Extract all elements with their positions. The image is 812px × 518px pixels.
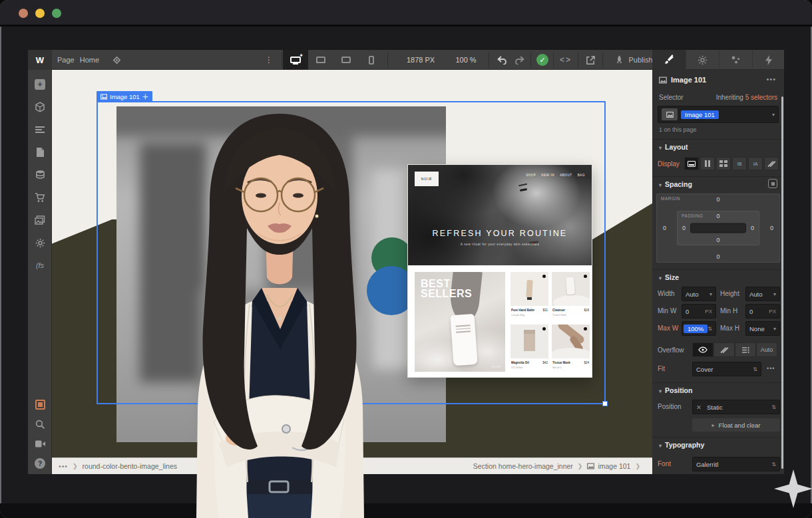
selector-class-chip[interactable]: Image 101 bbox=[681, 110, 719, 119]
selected-image-person[interactable] bbox=[150, 110, 409, 518]
selected-element-tag[interactable]: Image 101 bbox=[97, 91, 152, 102]
position-label: Position bbox=[658, 403, 682, 410]
height-input[interactable]: Auto▾ bbox=[745, 287, 780, 301]
panel-scrollbar[interactable] bbox=[781, 96, 783, 469]
help-icon[interactable]: ? bbox=[28, 454, 52, 473]
width-input[interactable]: Auto▾ bbox=[682, 287, 716, 301]
designer-left-sidebar: + (fs ? bbox=[28, 70, 52, 474]
display-inline-block-button[interactable]: IB bbox=[732, 157, 747, 170]
float-and-clear-toggle[interactable]: ▸ Float and clear bbox=[692, 418, 780, 432]
resize-handle[interactable] bbox=[602, 401, 608, 406]
tab-interactions-panel[interactable] bbox=[719, 50, 752, 70]
padding-top-value[interactable]: 0 bbox=[716, 213, 719, 219]
padding-right-value[interactable]: 0 bbox=[751, 225, 754, 231]
element-settings-icon[interactable] bbox=[142, 94, 148, 100]
components-cube-icon[interactable] bbox=[28, 98, 52, 116]
overflow-options: Auto bbox=[692, 342, 777, 357]
section-size[interactable]: ▾Size bbox=[652, 269, 784, 281]
rocket-icon bbox=[615, 55, 624, 65]
fonts-icon[interactable]: (fs bbox=[28, 256, 52, 275]
saved-status-icon[interactable]: ✓ bbox=[532, 50, 552, 70]
redo-icon[interactable] bbox=[511, 50, 527, 70]
max-width-label: Max W bbox=[658, 324, 678, 332]
fit-more-button[interactable]: ••• bbox=[767, 365, 775, 372]
tab-style-panel[interactable] bbox=[652, 50, 686, 70]
breakpoint-laptop-button[interactable] bbox=[308, 50, 333, 70]
display-none-button[interactable] bbox=[764, 157, 779, 170]
asset-manager-icon[interactable] bbox=[28, 395, 52, 414]
section-position[interactable]: ▾Position bbox=[652, 382, 784, 394]
window-titlebar bbox=[0, 0, 812, 27]
breakpoint-mobile-button[interactable] bbox=[359, 50, 384, 70]
position-select[interactable]: ✕Static ⇅ bbox=[692, 400, 780, 414]
spacing-box-model[interactable]: MARGIN 0 0 0 0 PADDING 0 0 0 0 bbox=[656, 194, 780, 263]
gear-icon bbox=[698, 55, 708, 65]
margin-bottom-value[interactable]: 0 bbox=[716, 253, 719, 260]
fit-select[interactable]: Cover⇅ bbox=[692, 362, 761, 376]
cms-database-icon[interactable] bbox=[28, 166, 52, 184]
display-label: Display bbox=[658, 160, 680, 168]
margin-top-value[interactable]: 0 bbox=[716, 196, 719, 203]
margin-right-value[interactable]: 0 bbox=[770, 225, 773, 231]
overflow-hidden-button[interactable] bbox=[713, 342, 735, 357]
min-width-input[interactable]: 0PX bbox=[682, 304, 716, 319]
selector-input[interactable]: Image 101 ▾ bbox=[658, 106, 779, 123]
add-element-icon[interactable]: + bbox=[28, 75, 52, 94]
tab-hosting-panel[interactable] bbox=[752, 50, 784, 70]
undo-icon[interactable] bbox=[494, 50, 510, 70]
display-block-button[interactable] bbox=[684, 157, 699, 170]
spacing-settings-icon[interactable] bbox=[768, 179, 777, 188]
paintbrush-icon bbox=[664, 55, 674, 65]
chevron-down-icon[interactable]: ▾ bbox=[772, 112, 775, 118]
display-options: IB IA bbox=[684, 157, 779, 170]
section-layout[interactable]: ▾Layout bbox=[652, 139, 784, 151]
webflow-logo[interactable]: W bbox=[28, 50, 52, 70]
pages-icon[interactable] bbox=[28, 143, 52, 162]
section-typography[interactable]: ▾Typography bbox=[652, 437, 784, 449]
video-tutorials-icon[interactable] bbox=[28, 434, 52, 453]
inheriting-info[interactable]: Inheriting 5 selectors bbox=[716, 94, 777, 101]
overflow-label: Overflow bbox=[658, 346, 684, 354]
assets-images-icon[interactable] bbox=[28, 211, 52, 229]
max-width-input[interactable]: 100%⇅ bbox=[682, 321, 716, 336]
divider bbox=[530, 53, 531, 67]
overflow-visible-button[interactable] bbox=[692, 342, 713, 357]
margin-left-value[interactable]: 0 bbox=[663, 225, 666, 231]
navigator-icon[interactable] bbox=[28, 120, 52, 139]
close-window-button[interactable] bbox=[19, 9, 28, 18]
minimize-window-button[interactable] bbox=[35, 9, 45, 18]
font-select[interactable]: Galerritl⇅ bbox=[692, 457, 780, 471]
overflow-scroll-button[interactable] bbox=[735, 342, 756, 357]
breadcrumb-overflow-button[interactable]: ••• bbox=[59, 462, 68, 470]
pages-diamond-icon[interactable] bbox=[106, 50, 126, 70]
divider bbox=[282, 53, 282, 67]
font-label: Font bbox=[658, 460, 671, 467]
zoom-window-button[interactable] bbox=[52, 9, 61, 18]
panel-title-row: Image 101 bbox=[659, 76, 706, 84]
zoom-readout[interactable]: 100 % bbox=[449, 50, 483, 70]
min-height-input[interactable]: 0PX bbox=[745, 304, 780, 319]
breadcrumb-item-current[interactable]: image 101 bbox=[598, 462, 630, 470]
breakpoint-tablet-button[interactable] bbox=[333, 50, 359, 70]
padding-box: PADDING 0 0 0 0 bbox=[677, 211, 759, 245]
display-inline-button[interactable]: IA bbox=[748, 157, 763, 170]
display-grid-button[interactable] bbox=[716, 157, 731, 170]
display-flex-button[interactable] bbox=[700, 157, 715, 170]
canvas-width-readout[interactable]: 1878 PX bbox=[391, 50, 451, 70]
share-icon[interactable] bbox=[579, 50, 602, 70]
breadcrumb-item[interactable]: Section home-hero-image_inner bbox=[473, 462, 573, 470]
search-icon[interactable] bbox=[28, 415, 52, 434]
panel-menu-button[interactable]: ••• bbox=[766, 75, 776, 83]
section-spacing[interactable]: ▾Spacing bbox=[652, 176, 784, 188]
padding-bottom-value[interactable]: 0 bbox=[716, 237, 719, 243]
max-height-input[interactable]: None▾ bbox=[745, 321, 780, 336]
toolbar-kebab-menu[interactable]: ⋮ bbox=[262, 50, 276, 70]
ecommerce-cart-icon[interactable] bbox=[28, 188, 52, 207]
export-code-icon[interactable]: <> bbox=[554, 50, 577, 70]
breakpoint-desktop-button[interactable]: ✦ bbox=[283, 50, 308, 70]
overflow-auto-button[interactable]: Auto bbox=[756, 342, 777, 357]
padding-left-value[interactable]: 0 bbox=[682, 225, 686, 231]
tab-settings-panel[interactable] bbox=[686, 50, 719, 70]
settings-gear-icon[interactable] bbox=[28, 233, 52, 252]
divider bbox=[553, 53, 554, 67]
